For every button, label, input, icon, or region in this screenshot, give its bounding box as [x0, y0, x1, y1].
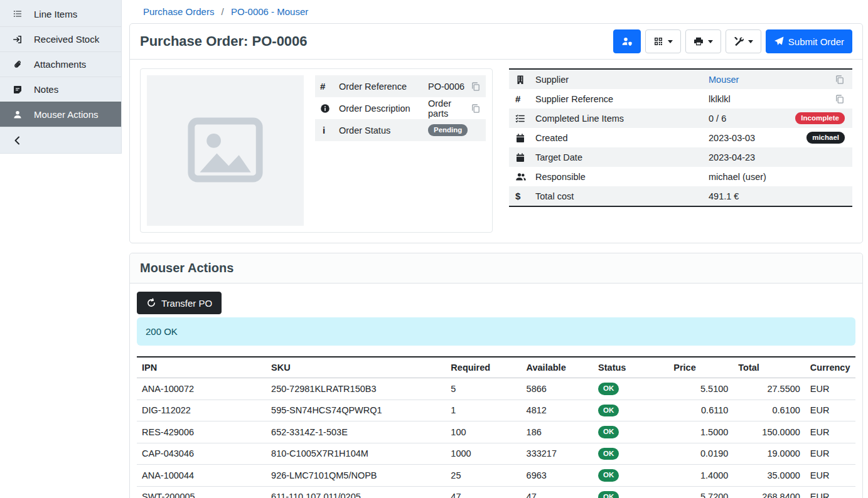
breadcrumb-purchase-orders[interactable]: Purchase Orders — [143, 6, 214, 17]
sidebar-item-mouser-actions[interactable]: Mouser Actions — [0, 102, 121, 127]
submit-order-button[interactable]: Submit Order — [766, 29, 852, 53]
detail-row-supplier: Supplier Mouser — [509, 70, 852, 89]
copy-icon[interactable] — [471, 103, 481, 114]
copy-icon[interactable] — [835, 94, 845, 104]
detail-label: Responsible — [535, 172, 709, 182]
calendar-icon — [515, 133, 535, 143]
detail-value: Order parts — [428, 98, 468, 119]
detail-value: 0 / 6 — [709, 114, 795, 124]
sidebar-item-label: Attachments — [34, 59, 86, 70]
detail-value: lklklkl — [709, 94, 835, 104]
creator-badge: michael — [806, 132, 845, 144]
sidebar-item-received-stock[interactable]: Received Stock — [0, 26, 121, 51]
table-row: DIG-112022 595-SN74HCS74QPWRQ1 1 4812 OK… — [137, 400, 855, 421]
cell-total: 0.6100 — [733, 400, 805, 421]
detail-label: Order Status — [339, 125, 426, 135]
sidebar-item-notes[interactable]: Notes — [0, 77, 121, 102]
info-icon: i — [320, 125, 336, 135]
print-actions-button[interactable] — [685, 29, 721, 53]
user-icon — [13, 110, 24, 120]
users-icon — [515, 172, 535, 182]
cell-ipn: CAP-043046 — [137, 443, 266, 465]
refresh-icon — [146, 298, 156, 308]
column-header-available: Available — [522, 357, 594, 378]
cell-sku: 595-SN74HCS74QPWRQ1 — [266, 400, 446, 421]
cell-status: OK — [593, 400, 668, 421]
cell-required: 5 — [446, 378, 521, 400]
sidebar-item-label: Received Stock — [34, 34, 99, 45]
column-header-sku: SKU — [266, 357, 446, 378]
chevron-left-icon — [13, 135, 24, 146]
user-shield-icon — [621, 36, 633, 46]
collapse-sidebar-button[interactable] — [0, 127, 121, 153]
supplier-link[interactable]: Mouser — [709, 75, 739, 85]
cell-price: 0.0190 — [668, 443, 733, 465]
cell-total: 27.5500 — [733, 378, 805, 400]
ok-status-badge: OK — [598, 491, 619, 498]
detail-label: Supplier — [535, 75, 709, 85]
cell-price: 0.6110 — [668, 400, 733, 421]
detail-label: Order Description — [339, 103, 426, 114]
qr-code-icon — [653, 36, 663, 46]
column-header-price: Price — [668, 357, 733, 378]
cell-available: 333217 — [522, 443, 594, 465]
list-icon — [13, 9, 24, 19]
column-header-currency: Currency — [805, 357, 855, 378]
sidebar-item-attachments[interactable]: Attachments — [0, 51, 121, 77]
table-row: ANA-100072 250-72981KLRATR150B3 5 5866 O… — [137, 378, 855, 400]
copy-icon[interactable] — [835, 75, 845, 85]
barcode-actions-button[interactable] — [645, 29, 681, 53]
detail-label: Supplier Reference — [535, 94, 709, 104]
cell-available: 186 — [522, 421, 594, 443]
building-icon — [515, 75, 535, 85]
header-actions: Submit Order — [613, 29, 852, 53]
cell-available: 4812 — [522, 400, 594, 421]
table-row: SWT-200005 611-110.107.011/0205 47 47 OK… — [137, 486, 855, 498]
breadcrumb-current-order[interactable]: PO-0006 - Mouser — [231, 6, 308, 17]
cell-status: OK — [593, 421, 668, 443]
ok-status-badge: OK — [598, 426, 619, 438]
list-check-icon — [515, 114, 535, 124]
cell-ipn: RES-429006 — [137, 421, 266, 443]
info-circle-icon — [320, 103, 336, 114]
table-row: CAP-043046 810-C1005X7R1H104M 1000 33321… — [137, 443, 855, 465]
cell-required: 100 — [446, 421, 521, 443]
sidebar-item-label: Notes — [34, 84, 58, 95]
detail-label: Completed Line Items — [535, 114, 709, 124]
sidebar-nav: Line Items Received Stock Attachments No… — [0, 0, 122, 154]
transfer-po-button[interactable]: Transfer PO — [137, 292, 222, 314]
order-options-button[interactable] — [726, 29, 761, 53]
cell-price: 5.7200 — [668, 486, 733, 498]
detail-row-supplier-reference: # Supplier Reference lklklkl — [509, 89, 852, 109]
page-title: Purchase Order: PO-0006 — [140, 33, 308, 50]
detail-row-created: Created 2023-03-03 michael — [509, 128, 852, 147]
mouser-items-table: IPN SKU Required Available Status Price … — [137, 356, 855, 498]
detail-value: PO-0006 — [428, 82, 468, 92]
cell-price: 1.5000 — [668, 421, 733, 443]
calendar-icon — [515, 152, 535, 162]
detail-row-completed-line-items: Completed Line Items 0 / 6 Incomplete — [509, 109, 852, 128]
cell-status: OK — [593, 486, 668, 498]
dollar-icon: $ — [515, 191, 535, 201]
column-header-ipn: IPN — [137, 357, 266, 378]
copy-icon[interactable] — [471, 82, 481, 92]
transfer-po-label: Transfer PO — [161, 298, 212, 309]
detail-row-order-reference: # Order Reference PO-0006 — [315, 75, 486, 97]
send-icon — [774, 36, 784, 46]
ok-status-badge: OK — [598, 448, 619, 460]
sidebar-item-line-items[interactable]: Line Items — [0, 1, 121, 26]
order-details-table: # Order Reference PO-0006 Order Descri — [315, 75, 486, 141]
cell-price: 1.4000 — [668, 465, 733, 487]
cell-available: 47 — [522, 486, 594, 498]
table-header-row: IPN SKU Required Available Status Price … — [137, 357, 855, 378]
order-summary-box: # Order Reference PO-0006 Order Descri — [140, 68, 493, 233]
cell-currency: EUR — [805, 486, 855, 498]
mouser-actions-header: Mouser Actions — [130, 253, 862, 283]
ok-status-badge: OK — [598, 405, 619, 417]
cell-status: OK — [593, 378, 668, 400]
cell-ipn: ANA-100072 — [137, 378, 266, 400]
hash-icon: # — [515, 93, 535, 104]
user-roles-button[interactable] — [613, 29, 641, 53]
ok-status-badge: OK — [598, 469, 619, 482]
column-header-required: Required — [446, 357, 521, 378]
